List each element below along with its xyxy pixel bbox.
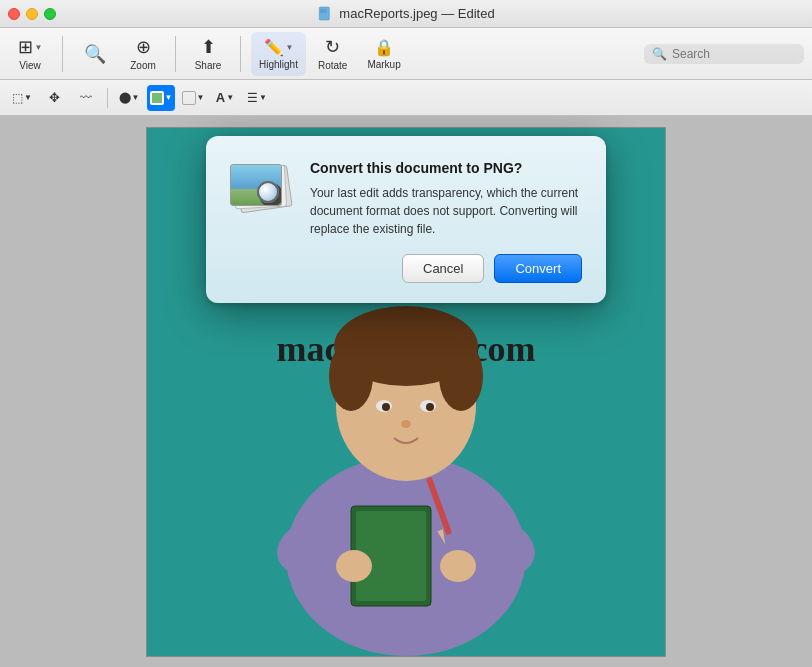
view-button[interactable]: ⊞ ▼ View [8, 32, 52, 76]
rotate-icon: ↻ [325, 36, 340, 58]
zoom-out-button[interactable]: 🔍 [73, 32, 117, 76]
convert-button[interactable]: Convert [494, 254, 582, 283]
selection-tool-button[interactable]: ⬚ ▼ [8, 85, 36, 111]
maximize-button[interactable] [44, 8, 56, 20]
zoom-in-button[interactable]: ⊕ Zoom [121, 32, 165, 76]
search-icon: 🔍 [652, 47, 667, 61]
shape-dropdown-arrow: ▼ [132, 93, 140, 102]
rotate-label: Rotate [318, 60, 347, 71]
separator-3 [240, 36, 241, 72]
highlight-dropdown-arrow: ▼ [286, 43, 294, 52]
zoom-label: Zoom [130, 60, 156, 71]
photo-front [230, 164, 282, 206]
sketch-icon: 〰 [80, 91, 92, 105]
dialog-message: Your last edit adds transparency, which … [310, 184, 582, 238]
dialog-text-content: Convert this document to PNG? Your last … [310, 160, 582, 238]
minimize-button[interactable] [26, 8, 38, 20]
close-button[interactable] [8, 8, 20, 20]
traffic-lights [8, 8, 56, 20]
annotation-toolbar: ⬚ ▼ ✥ 〰 ⬤ ▼ ▼ ▼ A ▼ [0, 80, 812, 116]
rotate-button[interactable]: ↻ Rotate [310, 32, 355, 76]
dialog-title: Convert this document to PNG? [310, 160, 582, 176]
magnifier-icon [257, 181, 279, 203]
highlight-label: Highlight [259, 59, 298, 70]
dialog-buttons: Cancel Convert [230, 254, 582, 283]
main-toolbar: ⊞ ▼ View 🔍 ⊕ Zoom ⬆ Share ✏️ ▼ Highlight… [0, 28, 812, 80]
dialog-overlay: Convert this document to PNG? Your last … [0, 116, 812, 667]
selection-dropdown-arrow: ▼ [24, 93, 32, 102]
shape-icon: ⬤ [119, 91, 131, 104]
text-style-button[interactable]: A ▼ [211, 85, 239, 111]
align-dropdown-arrow: ▼ [259, 93, 267, 102]
separator-2 [175, 36, 176, 72]
markup-label: Markup [367, 59, 400, 70]
markup-button[interactable]: 🔒 Markup [359, 32, 408, 76]
markup-icon: 🔒 [374, 38, 394, 57]
anno-sep-1 [107, 88, 108, 108]
fill-color-icon [182, 91, 196, 105]
sketch-button[interactable]: 〰 [72, 85, 100, 111]
view-dropdown-arrow: ▼ [35, 43, 43, 52]
share-label: Share [195, 60, 222, 71]
search-input[interactable] [672, 47, 796, 61]
title-text: macReports.jpeg — Edited [339, 6, 494, 21]
svg-rect-1 [320, 9, 326, 13]
border-color-button[interactable]: ▼ [147, 85, 175, 111]
title-bar: macReports.jpeg — Edited [0, 0, 812, 28]
dialog-icon [230, 160, 294, 224]
share-button[interactable]: ⬆ Share [186, 32, 230, 76]
border-dropdown-arrow: ▼ [165, 93, 173, 102]
cancel-button[interactable]: Cancel [402, 254, 484, 283]
smart-lasso-icon: ✥ [49, 90, 60, 105]
border-color-icon [150, 91, 164, 105]
highlight-button[interactable]: ✏️ ▼ Highlight [251, 32, 306, 76]
file-icon [317, 6, 333, 22]
window-title: macReports.jpeg — Edited [317, 6, 494, 22]
shape-button[interactable]: ⬤ ▼ [115, 85, 143, 111]
align-icon: ☰ [247, 91, 258, 105]
highlight-icon: ✏️ [264, 38, 284, 57]
selection-icon: ⬚ [12, 91, 23, 105]
dialog-header: Convert this document to PNG? Your last … [230, 160, 582, 238]
view-label: View [19, 60, 41, 71]
view-icon: ⊞ [18, 36, 33, 58]
separator-1 [62, 36, 63, 72]
align-button[interactable]: ☰ ▼ [243, 85, 271, 111]
svg-rect-0 [319, 7, 329, 20]
text-style-icon: A [216, 90, 225, 105]
text-style-dropdown-arrow: ▼ [226, 93, 234, 102]
zoom-out-icon: 🔍 [84, 43, 106, 65]
main-content: macReports.com [0, 116, 812, 667]
smart-lasso-button[interactable]: ✥ [40, 85, 68, 111]
share-icon: ⬆ [201, 36, 216, 58]
zoom-in-icon: ⊕ [136, 36, 151, 58]
search-bar[interactable]: 🔍 [644, 44, 804, 64]
convert-dialog: Convert this document to PNG? Your last … [206, 136, 606, 303]
fill-dropdown-arrow: ▼ [197, 93, 205, 102]
fill-color-button[interactable]: ▼ [179, 85, 207, 111]
